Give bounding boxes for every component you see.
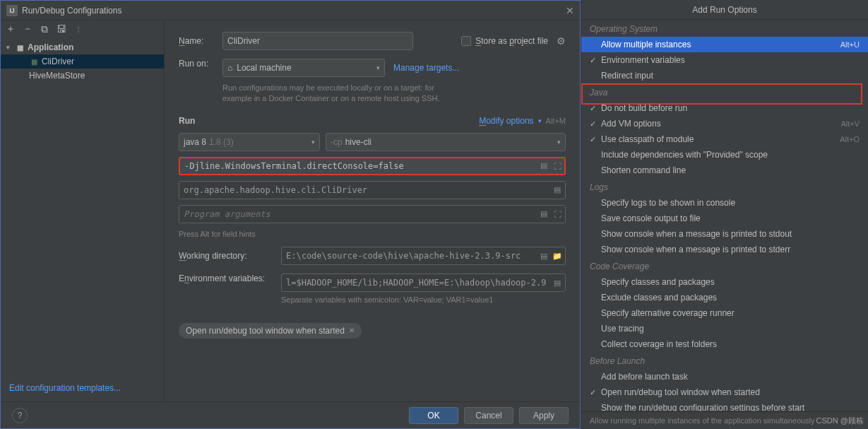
expand-icon[interactable]: ▤: [538, 160, 549, 172]
check-icon: ✓: [590, 56, 596, 65]
help-button[interactable]: ?: [12, 408, 28, 423]
tree-node-application[interactable]: ▾ ▦ Application: [1, 40, 164, 54]
tree-node-hivemetastore[interactable]: HiveMetaStore: [1, 69, 164, 83]
cp-value: hive-cli: [345, 137, 371, 147]
option-row[interactable]: Specify logs to be shown in console: [581, 195, 868, 211]
option-label: Show console when a message is printed t…: [601, 229, 792, 239]
expand-icon[interactable]: ▤: [552, 277, 563, 288]
jdk-cp-row: java 8 1.8 (3) ▾ -cp hive-cli ▾: [179, 133, 566, 151]
fullscreen-icon[interactable]: ⛶: [552, 160, 563, 172]
sort-icon[interactable]: ↕: [73, 23, 84, 35]
option-label: Exclude classes and packages: [601, 293, 717, 302]
expand-icon[interactable]: ▤: [538, 208, 549, 220]
modify-options-link[interactable]: Modify options: [479, 116, 533, 126]
option-label: Add VM options: [601, 119, 661, 129]
add-icon[interactable]: ＋: [5, 23, 16, 35]
option-row[interactable]: Save console output to file: [581, 211, 868, 226]
option-row[interactable]: Shorten command line: [581, 163, 868, 178]
option-row[interactable]: ✓Do not build before run: [581, 100, 868, 116]
gear-icon[interactable]: ⚙: [557, 35, 566, 47]
modify-shortcut: Alt+M: [546, 117, 566, 125]
store-checkbox[interactable]: [461, 36, 471, 46]
option-row[interactable]: Use tracing: [581, 321, 868, 336]
expand-icon[interactable]: ▤: [538, 250, 549, 261]
option-row[interactable]: Allow multiple instancesAlt+U: [581, 37, 868, 52]
runon-value: Local machine: [237, 63, 291, 73]
option-label: Add before launch task: [601, 372, 688, 382]
option-row[interactable]: Show console when a message is printed t…: [581, 242, 868, 257]
option-chip: Open run/debug tool window when started …: [179, 323, 362, 339]
option-row[interactable]: ✓Open run/debug tool window when started: [581, 384, 868, 400]
main-class-wrap: ▤: [179, 181, 566, 199]
remove-icon[interactable]: －: [22, 23, 33, 35]
vm-options-input[interactable]: [179, 157, 566, 175]
option-row[interactable]: ✓Use classpath of moduleAlt+O: [581, 131, 868, 147]
option-row[interactable]: ✓Add VM optionsAlt+V: [581, 116, 868, 131]
fullscreen-icon[interactable]: ⛶: [552, 208, 563, 220]
name-input[interactable]: [222, 32, 413, 50]
main-class-input[interactable]: [179, 181, 566, 199]
option-label: Open run/debug tool window when started: [601, 387, 760, 397]
jdk-dropdown[interactable]: java 8 1.8 (3) ▾: [179, 133, 320, 151]
chevron-down-icon: ▾: [6, 44, 15, 51]
titlebar: IJ Run/Debug Configurations ✕: [1, 1, 580, 20]
option-row[interactable]: Specify alternative coverage runner: [581, 305, 868, 321]
check-icon: ✓: [590, 119, 596, 129]
close-icon[interactable]: ✕: [566, 5, 574, 16]
option-label: Shorten command line: [601, 165, 686, 175]
target-icon: ⌂: [227, 63, 232, 73]
workdir-input[interactable]: [281, 247, 566, 265]
ok-button[interactable]: OK: [409, 407, 458, 424]
jdk-value: java 8: [184, 137, 206, 147]
save-icon[interactable]: 🖫: [56, 23, 67, 35]
option-row[interactable]: Add before launch task: [581, 369, 868, 384]
configurations-tree: ▾ ▦ Application ▦ CliDriver HiveMetaStor…: [1, 37, 164, 86]
option-row[interactable]: Collect coverage in test folders: [581, 336, 868, 352]
chevron-down-icon: ▾: [376, 64, 380, 71]
workdir-row: Working directory: ▤📁: [179, 247, 566, 265]
application-icon: ▦: [15, 42, 25, 52]
tree-footer: Edit configuration templates...: [1, 375, 164, 401]
group-header: Code Coverage: [581, 257, 868, 274]
option-row[interactable]: Specify classes and packages: [581, 274, 868, 290]
option-row[interactable]: Include dependencies with "Provided" sco…: [581, 147, 868, 163]
option-row[interactable]: Show console when a message is printed t…: [581, 226, 868, 242]
option-label: Do not build before run: [601, 103, 687, 113]
cancel-button[interactable]: Cancel: [464, 407, 513, 424]
env-input[interactable]: [281, 274, 566, 292]
option-label: Collect coverage in test folders: [601, 339, 717, 349]
runon-dropdown[interactable]: ⌂ Local machine ▾: [222, 59, 385, 77]
tree-toolbar: ＋ － ⧉ 🖫 ↕: [1, 20, 164, 37]
classpath-dropdown[interactable]: -cp hive-cli ▾: [326, 133, 566, 151]
option-row[interactable]: Exclude classes and packages: [581, 290, 868, 305]
close-icon[interactable]: ✕: [349, 327, 355, 334]
expand-icon[interactable]: ▤: [552, 184, 563, 196]
dialog-title: Run/Debug Configurations: [22, 6, 566, 16]
store-as-project-row[interactable]: Store as project file ⚙: [461, 35, 566, 47]
program-args-input[interactable]: [179, 205, 566, 223]
manage-targets-link[interactable]: Manage targets...: [393, 63, 459, 73]
copy-icon[interactable]: ⧉: [39, 23, 50, 35]
option-row[interactable]: ✓Environment variables: [581, 52, 868, 68]
cp-prefix: -cp: [331, 137, 343, 147]
check-icon: ✓: [590, 388, 596, 397]
edit-templates-link[interactable]: Edit configuration templates...: [9, 383, 121, 393]
shortcut-label: Alt+V: [840, 119, 860, 128]
add-run-options-panel: Add Run Options Operating SystemAllow mu…: [581, 0, 868, 429]
option-row[interactable]: Show the run/debug configuration setting…: [581, 400, 868, 411]
store-label: Store as project file: [475, 36, 548, 46]
option-label: Redirect input: [601, 71, 653, 81]
shortcut-label: Alt+U: [840, 40, 860, 49]
env-row: Environment variables: ▤ Separate variab…: [179, 274, 566, 305]
dialog-body: ＋ － ⧉ 🖫 ↕ ▾ ▦ Application ▦ CliDriver Hi…: [1, 20, 580, 401]
option-row[interactable]: Redirect input: [581, 68, 868, 83]
tree-node-clidriver[interactable]: ▦ CliDriver: [1, 54, 164, 69]
field-hints: Press Alt for field hints: [179, 229, 566, 240]
jdk-suffix: 1.8 (3): [209, 137, 234, 147]
side-content: Operating SystemAllow multiple instances…: [581, 20, 868, 411]
tree-label: HiveMetaStore: [29, 71, 85, 81]
option-label: Environment variables: [601, 55, 685, 65]
folder-icon[interactable]: 📁: [552, 250, 563, 261]
env-label: Environment variables:: [179, 274, 281, 283]
apply-button[interactable]: Apply: [519, 407, 569, 424]
